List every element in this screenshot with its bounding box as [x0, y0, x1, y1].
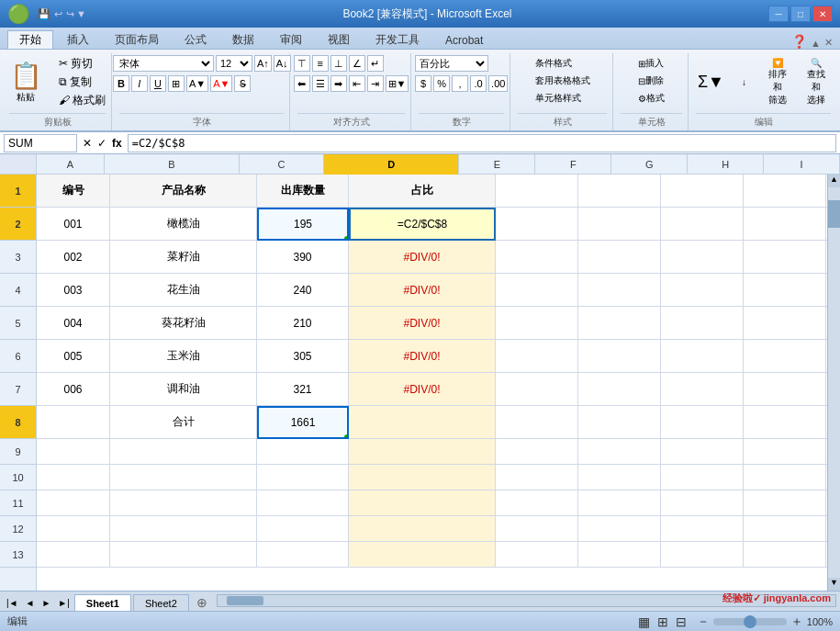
cell-g7[interactable]: [661, 373, 744, 406]
col-header-g[interactable]: G: [611, 154, 688, 175]
cell-d13[interactable]: [349, 542, 496, 568]
sheet-nav-first[interactable]: |◄: [4, 598, 21, 608]
cell-h2[interactable]: [744, 208, 826, 241]
cell-e9[interactable]: [496, 439, 578, 465]
border-button[interactable]: ⊞: [168, 75, 185, 92]
cell-h6[interactable]: [744, 340, 826, 373]
cell-f10[interactable]: [578, 465, 661, 490]
cell-b9[interactable]: [110, 439, 257, 465]
number-format-select[interactable]: 百分比: [415, 55, 488, 72]
row-header-5[interactable]: 5: [0, 307, 36, 340]
row-header-12[interactable]: 12: [0, 516, 36, 542]
normal-view-button[interactable]: ▦: [635, 614, 653, 629]
table-format-button[interactable]: 套用表格格式: [531, 73, 595, 89]
cell-b5[interactable]: 葵花籽油: [110, 307, 257, 340]
cell-b8[interactable]: 合计: [110, 406, 257, 439]
ribbon-minimize-icon[interactable]: ▲: [811, 38, 821, 49]
cell-d5[interactable]: #DIV/0!: [349, 307, 496, 340]
delete-button[interactable]: ⊟ 删除: [633, 73, 668, 89]
cell-i11[interactable]: [826, 490, 827, 516]
tab-acrobat[interactable]: Acrobat: [433, 30, 495, 49]
col-header-d[interactable]: D: [324, 154, 459, 175]
col-header-b[interactable]: B: [105, 154, 240, 175]
cell-d8[interactable]: [349, 406, 496, 439]
ribbon-help-icon[interactable]: ❓: [791, 34, 807, 49]
cell-g4[interactable]: [661, 274, 744, 307]
strikethrough-button[interactable]: S̶: [234, 75, 251, 92]
cell-a5[interactable]: 004: [37, 307, 110, 340]
cell-b11[interactable]: [110, 490, 257, 516]
cell-c8[interactable]: 1661: [257, 406, 349, 439]
page-break-view-button[interactable]: ⊟: [673, 614, 689, 629]
cell-i3[interactable]: [826, 241, 827, 274]
cell-i13[interactable]: [826, 542, 827, 568]
cell-c13[interactable]: [257, 542, 349, 568]
cell-g9[interactable]: [661, 439, 744, 465]
sheet-tab-sheet2[interactable]: Sheet2: [133, 594, 189, 611]
scrollbar-thumb[interactable]: [828, 200, 840, 228]
tab-data[interactable]: 数据: [220, 30, 266, 49]
cell-a8[interactable]: [37, 406, 110, 439]
tab-page-layout[interactable]: 页面布局: [103, 30, 171, 49]
cell-a7[interactable]: 006: [37, 373, 110, 406]
cell-h7[interactable]: [744, 373, 826, 406]
paste-button[interactable]: 📋 粘贴: [6, 55, 47, 108]
copy-button[interactable]: ⧉ 复制: [54, 73, 110, 90]
align-left-button[interactable]: ⬅: [294, 75, 310, 92]
confirm-formula-icon[interactable]: ✓: [95, 135, 108, 152]
underline-button[interactable]: U: [150, 75, 166, 92]
cell-a10[interactable]: [37, 465, 110, 490]
cell-b10[interactable]: [110, 465, 257, 490]
sheet-tab-sheet1[interactable]: Sheet1: [74, 594, 131, 611]
align-top-button[interactable]: ⊤: [294, 55, 310, 72]
row-header-8[interactable]: 8: [0, 406, 36, 439]
tab-insert[interactable]: 插入: [55, 30, 101, 49]
cell-d4[interactable]: #DIV/0!: [349, 274, 496, 307]
cell-i10[interactable]: [826, 465, 827, 490]
quick-access-redo[interactable]: ↪: [66, 8, 74, 20]
page-layout-view-button[interactable]: ⊞: [655, 614, 671, 629]
cell-f5[interactable]: [578, 307, 661, 340]
cell-f8[interactable]: [578, 406, 661, 439]
cell-i9[interactable]: [826, 439, 827, 465]
cell-a9[interactable]: [37, 439, 110, 465]
cell-h9[interactable]: [744, 439, 826, 465]
zoom-slider[interactable]: [713, 618, 787, 625]
insert-button[interactable]: ⊞ 插入: [633, 55, 668, 72]
tab-developer[interactable]: 开发工具: [364, 30, 431, 49]
restore-button[interactable]: □: [790, 6, 811, 22]
corner-cell[interactable]: [0, 154, 37, 174]
row-header-11[interactable]: 11: [0, 490, 36, 516]
cell-h8[interactable]: [744, 406, 826, 439]
row-header-6[interactable]: 6: [0, 340, 36, 373]
cell-a2[interactable]: 001: [37, 208, 110, 241]
cell-e3[interactable]: [496, 241, 578, 274]
formula-input[interactable]: [128, 134, 836, 152]
scroll-up-button[interactable]: ▲: [828, 175, 840, 187]
find-select-button[interactable]: 🔍查找和选择: [799, 55, 833, 108]
cell-g10[interactable]: [661, 465, 744, 490]
cell-i4[interactable]: [826, 274, 827, 307]
wrap-text-button[interactable]: ↵: [367, 55, 384, 72]
cell-a12[interactable]: [37, 516, 110, 542]
cell-e6[interactable]: [496, 340, 578, 373]
row-header-13[interactable]: 13: [0, 542, 36, 568]
zoom-out-button[interactable]: －: [697, 614, 710, 630]
autosum-button[interactable]: Σ▼: [694, 55, 727, 108]
font-color-button[interactable]: A▼: [210, 75, 232, 92]
quick-access-save[interactable]: 💾: [38, 8, 50, 20]
cell-h13[interactable]: [744, 542, 826, 568]
row-header-10[interactable]: 10: [0, 465, 36, 490]
accounting-button[interactable]: $: [415, 75, 431, 92]
cell-c7[interactable]: 321: [257, 373, 349, 406]
fill-color-button[interactable]: A▼: [186, 75, 208, 92]
cell-d12[interactable]: [349, 516, 496, 542]
add-sheet-button[interactable]: ⊕: [191, 595, 213, 610]
conditional-format-button[interactable]: 条件格式: [531, 55, 577, 72]
cell-g8[interactable]: [661, 406, 744, 439]
cell-e1[interactable]: [496, 175, 578, 208]
comma-button[interactable]: ,: [452, 75, 468, 92]
align-middle-button[interactable]: ≡: [312, 55, 329, 72]
row-header-7[interactable]: 7: [0, 373, 36, 406]
cell-h11[interactable]: [744, 490, 826, 516]
